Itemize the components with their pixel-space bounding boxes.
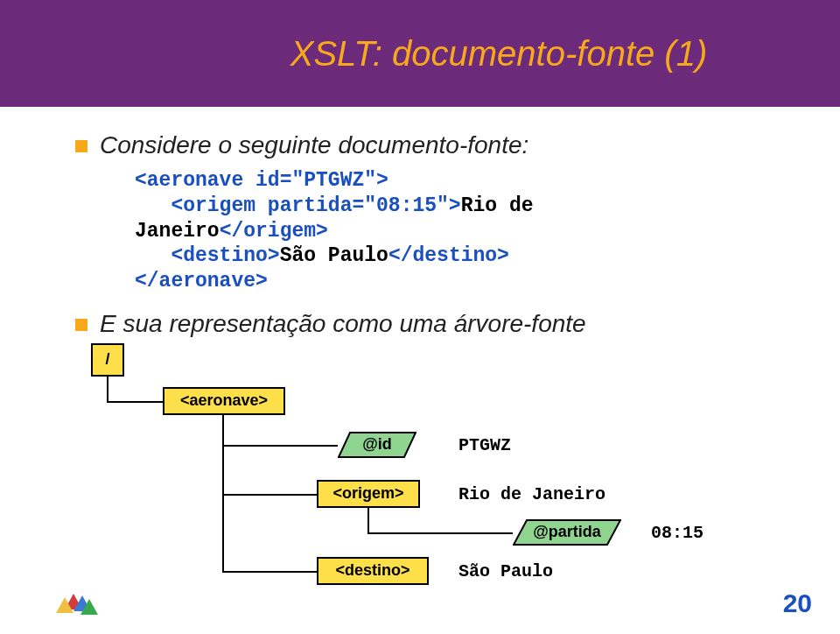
code-line-1: <aeronave id="PTGWZ"> [135,169,388,192]
node-origem: <origem> [317,480,420,508]
attr-partida-label: @partida [513,519,621,546]
connector [222,571,317,573]
code-line-2b: Rio de [461,194,534,217]
node-root: / [91,343,124,377]
code-line-5: </aeronave> [135,270,268,292]
value-partida: 08:15 [651,523,704,543]
connector [107,377,108,403]
code-line-3a: Janeiro [135,220,220,243]
code-line-3b: </origem> [220,220,328,243]
bullet-item-2: E sua representação como uma árvore-font… [75,310,779,338]
value-destino: São Paulo [458,561,553,581]
connector [222,494,317,496]
page-number: 20 [783,588,812,618]
connector [222,445,338,447]
logo-icon [56,583,102,616]
bullet-marker [75,319,88,331]
value-id: PTGWZ [458,435,511,455]
code-line-4a: <destino> [135,244,280,267]
code-line-4b: São Paulo [280,244,388,267]
slide-title: XSLT: documento-fonte (1) [290,34,708,74]
node-aeronave: <aeronave> [163,387,285,415]
tree-diagram: / <aeronave> @id PTGWZ <origem> Rio de J… [91,343,779,606]
connector [107,401,163,403]
node-destino: <destino> [317,557,429,585]
attr-id-label: @id [338,432,416,458]
node-id-attr: @id [338,432,416,458]
bullet-marker [75,140,88,152]
connector [368,508,369,534]
connector [368,532,513,534]
code-block: <aeronave id="PTGWZ"> <origem partida="0… [135,168,779,294]
bullet-text-2: E sua representação como uma árvore-font… [100,310,586,338]
bullet-text-1: Considere o seguinte documento-fonte: [100,131,528,159]
value-origem: Rio de Janeiro [458,484,606,504]
code-line-4c: </destino> [388,244,509,267]
node-partida-attr: @partida [513,519,621,546]
slide-content: Considere o seguinte documento-fonte: <a… [0,107,840,606]
slide-header: XSLT: documento-fonte (1) [0,0,840,107]
code-line-2a: <origem partida="08:15"> [135,194,461,217]
bullet-item-1: Considere o seguinte documento-fonte: [75,131,779,159]
